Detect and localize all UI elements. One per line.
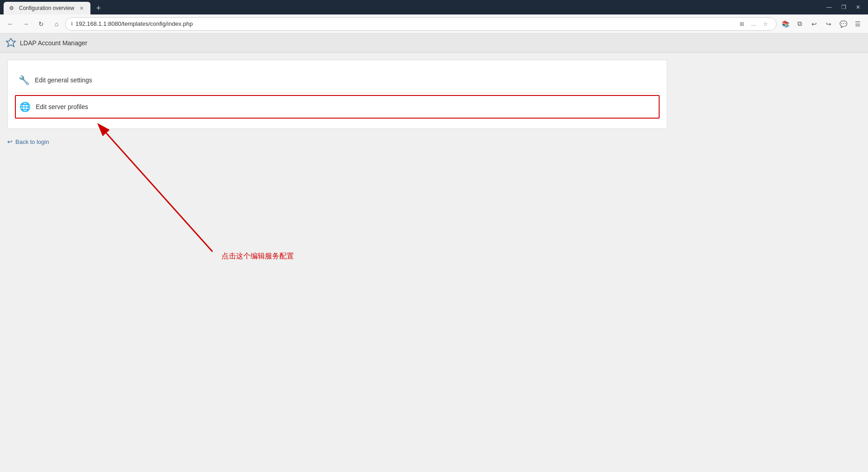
forward-button[interactable]: → — [19, 17, 33, 31]
tab-close-button[interactable]: ✕ — [78, 5, 85, 12]
app-bar: LDAP Account Manager — [0, 33, 868, 52]
minimize-button[interactable]: — — [823, 1, 835, 14]
chat-button[interactable]: 💬 — [836, 17, 850, 31]
back-to-login-label: Back to login — [15, 138, 49, 145]
main-content: Edit general settings Edit server profil… — [0, 52, 868, 472]
menu-button[interactable]: ☰ — [851, 17, 864, 31]
tab-favicon: ⚙ — [9, 5, 15, 11]
divider — [15, 93, 660, 93]
maximize-button[interactable]: ❐ — [837, 1, 850, 14]
address-bar[interactable]: ℹ 192.168.1.1:8080/templates/config/inde… — [65, 17, 777, 31]
wrench-icon — [19, 75, 29, 86]
reader-icon[interactable]: ⊞ — [736, 19, 747, 29]
new-tab-button[interactable]: + — [92, 2, 105, 14]
secure-icon: ℹ — [71, 21, 73, 27]
home-button[interactable]: ⌂ — [50, 17, 63, 31]
nav-bar: ← → ↻ ⌂ ℹ 192.168.1.1:8080/templates/con… — [0, 14, 868, 33]
back-to-login-link[interactable]: ↩ Back to login — [7, 136, 49, 147]
edit-general-settings-label: Edit general settings — [35, 76, 92, 84]
edit-server-profiles-item[interactable]: Edit server profiles — [15, 95, 660, 119]
history-forward-button[interactable]: ↪ — [822, 17, 835, 31]
more-icon[interactable]: … — [748, 19, 759, 29]
tabs-button[interactable]: ⧉ — [793, 17, 807, 31]
svg-marker-0 — [6, 38, 15, 47]
app-title: LDAP Account Manager — [20, 39, 87, 47]
edit-server-profiles-label: Edit server profiles — [36, 103, 88, 110]
config-card: Edit general settings Edit server profil… — [7, 60, 667, 129]
tab-bar: ⚙ Configuration overview ✕ + — [4, 0, 105, 14]
nav-right-buttons: 📚 ⧉ ↩ ↪ 💬 ☰ — [778, 17, 864, 31]
refresh-button[interactable]: ↻ — [34, 17, 48, 31]
address-bar-actions: ⊞ … ☆ — [736, 19, 771, 29]
active-tab[interactable]: ⚙ Configuration overview ✕ — [4, 2, 90, 14]
url-text: 192.168.1.1:8080/templates/config/index.… — [75, 20, 734, 27]
close-button[interactable]: ✕ — [852, 1, 864, 14]
bookmark-icon[interactable]: ☆ — [760, 19, 771, 29]
history-back-button[interactable]: ↩ — [807, 17, 821, 31]
globe-icon — [19, 101, 30, 112]
edit-general-settings-item[interactable]: Edit general settings — [15, 69, 660, 91]
title-bar: ⚙ Configuration overview ✕ + — ❐ ✕ — [0, 0, 868, 14]
back-arrow-icon: ↩ — [7, 138, 13, 145]
tab-title: Configuration overview — [19, 5, 74, 11]
bookmarks-button[interactable]: 📚 — [778, 17, 792, 31]
app-logo — [5, 38, 16, 48]
window-controls: — ❐ ✕ — [823, 1, 864, 14]
back-button[interactable]: ← — [4, 17, 17, 31]
